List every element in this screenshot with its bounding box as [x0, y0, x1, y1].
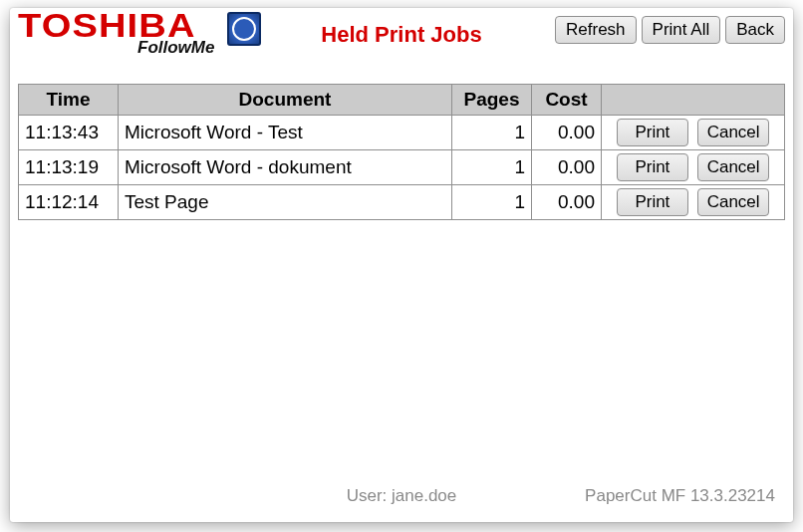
row-print-button[interactable]: Print [617, 119, 688, 146]
col-cost: Cost [532, 85, 602, 116]
row-cancel-button[interactable]: Cancel [697, 153, 769, 181]
cell-cost: 0.00 [532, 116, 602, 150]
cell-cost: 0.00 [532, 185, 602, 220]
cell-document: Microsoft Word - dokument [119, 150, 452, 185]
jobs-table: Time Document Pages Cost 11:13:43 Micros… [18, 84, 785, 220]
cell-actions: Print Cancel [602, 185, 785, 220]
cell-pages: 1 [452, 116, 532, 150]
cell-pages: 1 [452, 185, 532, 220]
col-actions [602, 85, 785, 116]
table-row: 11:13:19 Microsoft Word - dokument 1 0.0… [19, 150, 785, 185]
table-row: 11:12:14 Test Page 1 0.00 Print Cancel [19, 185, 785, 220]
row-print-button[interactable]: Print [617, 153, 688, 181]
back-button[interactable]: Back [725, 16, 785, 44]
col-pages: Pages [452, 85, 532, 116]
col-time: Time [19, 85, 119, 116]
cell-pages: 1 [452, 150, 532, 185]
row-cancel-button[interactable]: Cancel [697, 119, 769, 146]
footer-app-label: PaperCut MF 13.3.23214 [585, 486, 775, 506]
refresh-button[interactable]: Refresh [555, 16, 637, 44]
cell-time: 11:12:14 [19, 185, 119, 220]
cell-time: 11:13:43 [19, 116, 119, 150]
cell-time: 11:13:19 [19, 150, 119, 185]
jobs-table-wrap: Time Document Pages Cost 11:13:43 Micros… [18, 84, 785, 220]
app-window: TOSHIBA FollowMe Held Print Jobs Refresh… [10, 8, 793, 522]
table-header-row: Time Document Pages Cost [19, 85, 785, 116]
table-row: 11:13:43 Microsoft Word - Test 1 0.00 Pr… [19, 116, 785, 150]
header-bar: TOSHIBA FollowMe Held Print Jobs Refresh… [10, 8, 793, 68]
cell-document: Test Page [119, 185, 452, 220]
cell-actions: Print Cancel [602, 116, 785, 150]
cell-cost: 0.00 [532, 150, 602, 185]
cell-document: Microsoft Word - Test [119, 116, 452, 150]
col-document: Document [119, 85, 452, 116]
row-cancel-button[interactable]: Cancel [697, 188, 769, 216]
header-actions: Refresh Print All Back [555, 16, 785, 44]
footer: User: jane.doe PaperCut MF 13.3.23214 [10, 486, 793, 508]
cell-actions: Print Cancel [602, 150, 785, 185]
row-print-button[interactable]: Print [617, 188, 688, 216]
print-all-button[interactable]: Print All [642, 16, 721, 44]
